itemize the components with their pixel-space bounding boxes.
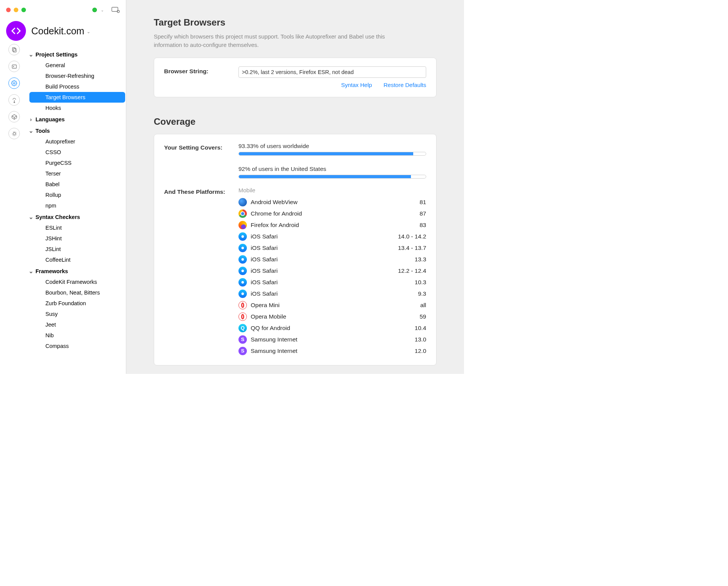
platform-version: 14.0 - 14.2	[398, 233, 426, 240]
section-header-syntax-checkers[interactable]: ⌄Syntax Checkers	[29, 212, 126, 222]
svg-point-9	[13, 132, 15, 135]
platform-row: Opera Miniall	[238, 299, 426, 311]
rail-files-icon[interactable]	[8, 44, 20, 55]
svg-rect-4	[12, 65, 16, 68]
sidebar-item-autoprefixer[interactable]: Autoprefixer	[29, 136, 125, 147]
platform-version: all	[420, 302, 426, 309]
zoom-icon[interactable]	[21, 8, 26, 12]
sidebar-item-coffeelint[interactable]: CoffeeLint	[29, 254, 125, 265]
sidebar-item-browser-refreshing[interactable]: Browser-Refreshing	[29, 71, 125, 81]
android-icon	[238, 198, 247, 206]
rail-terminal-icon[interactable]	[8, 61, 20, 72]
browser-string-input[interactable]	[238, 66, 426, 78]
chevron-down-icon: ⌄	[29, 128, 33, 134]
server-status-icon[interactable]	[92, 8, 97, 12]
rail-sync-icon[interactable]	[8, 94, 20, 106]
minimize-icon[interactable]	[14, 8, 18, 12]
platform-row: SSamsung Internet12.0	[238, 345, 426, 357]
section-header-frameworks[interactable]: ⌄Frameworks	[29, 266, 126, 277]
sidebar-item-jeet[interactable]: Jeet	[29, 319, 125, 330]
sidebar-item-eslint[interactable]: ESLint	[29, 222, 125, 233]
sidebar-item-susy[interactable]: Susy	[29, 309, 125, 319]
section-header-languages[interactable]: ›Languages	[29, 114, 126, 125]
sidebar-item-zurb-foundation[interactable]: Zurb Foundation	[29, 298, 125, 309]
rail-history-icon[interactable]	[8, 128, 20, 139]
platform-name: QQ for Android	[251, 325, 415, 332]
main-panel: Target Browsers Specify which browsers t…	[126, 0, 464, 374]
project-logo-icon	[6, 21, 26, 41]
platform-row: Opera Mobile59	[238, 311, 426, 322]
safari-icon	[238, 290, 247, 298]
samsung-icon: S	[238, 335, 247, 344]
rail-settings-icon[interactable]	[8, 77, 20, 89]
platform-row: Chrome for Android87	[238, 208, 426, 219]
sidebar-item-compass[interactable]: Compass	[29, 341, 125, 351]
platform-name: Opera Mobile	[251, 313, 420, 320]
platform-row: iOS Safari12.2 - 12.4	[238, 265, 426, 277]
sidebar-item-nib[interactable]: Nib	[29, 330, 125, 341]
safari-icon	[238, 232, 247, 241]
section-header-tools[interactable]: ⌄Tools	[29, 126, 126, 136]
coverage-heading: Coverage	[154, 116, 436, 127]
chevron-down-icon: ⌄	[87, 29, 90, 34]
sidebar-item-target-browsers[interactable]: Target Browsers	[29, 92, 125, 103]
platform-name: iOS Safari	[251, 245, 398, 251]
platform-name: Opera Mini	[251, 302, 420, 309]
project-name: Codekit.com	[31, 26, 84, 37]
coverage-us-text: 92% of users in the United States	[238, 166, 426, 172]
safari-icon	[238, 278, 247, 287]
platform-name: Firefox for Android	[251, 222, 420, 229]
platform-name: Samsung Internet	[251, 348, 415, 354]
sidebar-item-terser[interactable]: Terser	[29, 168, 125, 179]
samsung-icon: S	[238, 347, 247, 355]
restore-defaults-link[interactable]: Restore Defaults	[383, 82, 426, 88]
safari-icon	[238, 255, 247, 264]
sidebar-item-purgecss[interactable]: PurgeCSS	[29, 158, 125, 168]
platform-version: 83	[420, 222, 426, 229]
platform-name: iOS Safari	[251, 279, 415, 286]
platform-version: 13.4 - 13.7	[398, 245, 426, 251]
section-header-project-settings[interactable]: ⌄Project Settings	[29, 49, 126, 60]
project-title-dropdown[interactable]: Codekit.com ⌄	[31, 26, 90, 37]
window-titlebar: ⌄	[0, 0, 126, 20]
platform-version: 13.0	[415, 336, 426, 343]
sidebar-item-jshint[interactable]: JSHint	[29, 233, 125, 244]
sidebar-item-hooks[interactable]: Hooks	[29, 103, 125, 113]
coverage-world-bar	[238, 152, 426, 156]
sidebar-item-babel[interactable]: Babel	[29, 179, 125, 190]
settings-sidebar: ⌄Project SettingsGeneralBrowser-Refreshi…	[29, 0, 126, 374]
platform-row: Android WebView81	[238, 196, 426, 208]
svg-rect-0	[112, 7, 118, 11]
platform-version: 10.3	[415, 279, 426, 286]
close-icon[interactable]	[6, 8, 11, 12]
syntax-help-link[interactable]: Syntax Help	[341, 82, 372, 88]
safari-icon	[238, 244, 247, 252]
window-controls[interactable]	[6, 8, 26, 12]
platform-row: iOS Safari13.4 - 13.7	[238, 242, 426, 254]
status-menu-caret[interactable]: ⌄	[101, 8, 104, 12]
covers-label: Your Setting Covers:	[164, 143, 238, 151]
rail-packages-icon[interactable]	[8, 111, 20, 122]
preview-icon[interactable]	[111, 7, 120, 13]
page-subtitle: Specify which browsers this project must…	[154, 32, 402, 49]
sidebar-item-build-process[interactable]: Build Process	[29, 81, 125, 92]
platform-row: QQQ for Android10.4	[238, 322, 426, 334]
sidebar-item-bourbon-neat-bitters[interactable]: Bourbon, Neat, Bitters	[29, 287, 125, 298]
platform-row: iOS Safari9.3	[238, 288, 426, 299]
sidebar-item-codekit-frameworks[interactable]: CodeKit Frameworks	[29, 277, 125, 287]
sidebar-item-general[interactable]: General	[29, 60, 125, 71]
opera-icon	[238, 301, 247, 309]
platform-row: iOS Safari13.3	[238, 254, 426, 265]
chevron-down-icon: ⌄	[29, 52, 33, 58]
platform-name: Android WebView	[251, 199, 420, 206]
sidebar-item-jslint[interactable]: JSLint	[29, 244, 125, 254]
platform-name: Chrome for Android	[251, 210, 420, 217]
sidebar-item-npm[interactable]: npm	[29, 200, 125, 211]
sidebar-item-csso[interactable]: CSSO	[29, 147, 125, 158]
platform-name: iOS Safari	[251, 233, 398, 240]
page-title: Target Browsers	[154, 17, 436, 28]
svg-rect-3	[13, 48, 16, 52]
platform-version: 59	[420, 313, 426, 320]
platform-version: 13.3	[415, 256, 426, 263]
sidebar-item-rollup[interactable]: Rollup	[29, 190, 125, 200]
